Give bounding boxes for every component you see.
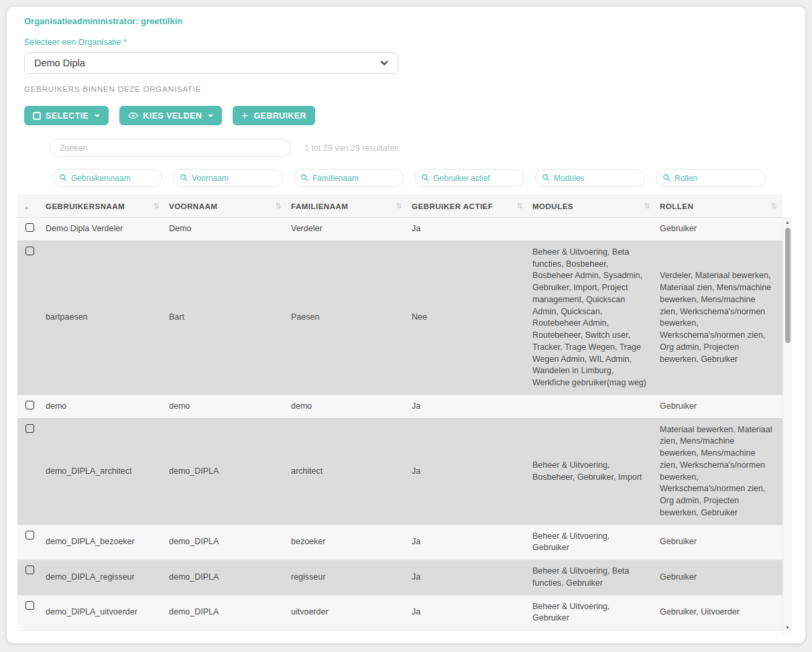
row-checkbox[interactable] bbox=[25, 223, 34, 232]
cell-voornaam: demo bbox=[165, 395, 287, 418]
sort-asc-icon: ▲ bbox=[24, 205, 29, 210]
row-checkbox-cell bbox=[17, 418, 42, 525]
table-row: bartpaesen Bart Paesen Nee Beheer & Uitv… bbox=[17, 241, 782, 395]
filter-modules-wrap bbox=[535, 169, 645, 187]
cell-voornaam: demo_DIPLA bbox=[165, 525, 287, 560]
cell-gebruiker-actief: Ja bbox=[408, 395, 528, 418]
cell-gebruiker-actief: Ja bbox=[408, 218, 528, 241]
cell-gebruiker-actief: Ja bbox=[408, 525, 528, 560]
table-row: demo demo demo Ja Gebruiker bbox=[17, 395, 782, 418]
sort-icon[interactable]: ⇅ bbox=[153, 202, 160, 210]
filter-gebruiker-actief[interactable] bbox=[414, 169, 524, 187]
filter-voornaam[interactable] bbox=[173, 169, 283, 187]
sort-icon[interactable]: ⇅ bbox=[275, 202, 282, 210]
sort-icon[interactable]: ⇅ bbox=[516, 202, 523, 210]
filter-voornaam-wrap bbox=[173, 169, 283, 187]
row-checkbox[interactable] bbox=[25, 531, 34, 539]
cell-familienaam: Paesen bbox=[287, 241, 408, 395]
selectie-button[interactable]: SELECTIE bbox=[24, 106, 109, 125]
cell-familienaam: bezoeker bbox=[287, 525, 408, 560]
row-checkbox[interactable] bbox=[25, 401, 34, 409]
header-label: MODULES bbox=[532, 202, 573, 210]
add-gebruiker-button[interactable]: + GEBRUIKER bbox=[233, 106, 315, 125]
org-admin-label: Organisatieadmininistrator: greettilkin bbox=[24, 16, 788, 27]
cell-modules bbox=[528, 395, 656, 418]
cell-gebruiker-actief: Nee bbox=[408, 241, 528, 395]
cell-voornaam: demo_DIPLA bbox=[165, 418, 287, 525]
table-row: demo_DIPLA_uitvoerder demo_DIPLA uitvoer… bbox=[17, 595, 782, 631]
header-label: GEBRUIKERSNAAM bbox=[46, 202, 125, 210]
header-label: VOORNAAM bbox=[169, 202, 217, 210]
cell-familienaam: uitvoerder bbox=[287, 595, 408, 631]
kies-velden-button-label: KIES VELDEN bbox=[143, 111, 202, 121]
header-familienaam[interactable]: FAMILIENAAM⇅ bbox=[287, 195, 408, 218]
eye-icon bbox=[128, 111, 138, 121]
toolbar: SELECTIE KIES VELDEN + GEBRUIKER bbox=[24, 106, 788, 125]
header-rollen[interactable]: ROLLEN⇅ bbox=[656, 195, 782, 218]
filter-rollen[interactable] bbox=[656, 169, 766, 187]
row-checkbox-cell bbox=[17, 560, 42, 596]
scrollbar-down-icon[interactable]: ▾ bbox=[783, 624, 792, 632]
header-gebruiker-actief[interactable]: GEBRUIKER ACTIEF⇅ bbox=[408, 195, 528, 218]
add-gebruiker-button-label: GEBRUIKER bbox=[253, 111, 306, 121]
header-select-column[interactable]: ▲ bbox=[17, 195, 42, 218]
filter-gebruikersnaam-wrap bbox=[52, 169, 162, 187]
header-label: GEBRUIKER ACTIEF bbox=[412, 202, 493, 210]
cell-rollen: Gebruiker bbox=[656, 395, 782, 418]
cell-gebruikersnaam[interactable]: demo_DIPLA_uitvoerder bbox=[42, 595, 165, 631]
row-checkbox-cell bbox=[17, 395, 42, 418]
row-checkbox-cell bbox=[17, 595, 42, 631]
table-scrollbar[interactable]: ▴ ▾ bbox=[782, 217, 792, 633]
row-checkbox[interactable] bbox=[25, 566, 34, 574]
sort-icon[interactable]: ⇅ bbox=[396, 202, 402, 210]
cell-rollen: Gebruiker bbox=[656, 218, 782, 241]
cell-gebruikersnaam[interactable]: demo_DIPLA_regisseur bbox=[42, 560, 165, 596]
scrollbar-up-icon[interactable]: ▴ bbox=[783, 218, 792, 226]
cell-gebruikersnaam[interactable]: demo_DIPLA_bezoeker bbox=[42, 525, 165, 560]
users-table: ▲ GEBRUIKERSNAAM⇅ VOORNAAM⇅ FAMILIENAAM⇅… bbox=[17, 194, 792, 633]
cell-gebruikersnaam[interactable]: demo_DIPLA_architect bbox=[42, 418, 165, 525]
filter-rollen-wrap bbox=[656, 169, 766, 187]
row-checkbox[interactable] bbox=[25, 247, 34, 255]
table-row: demo_DIPLA_bezoeker demo_DIPLA bezoeker … bbox=[17, 525, 782, 560]
caret-down-icon bbox=[208, 115, 213, 117]
selectie-button-label: SELECTIE bbox=[46, 111, 89, 121]
table-body-viewport: Demo Dipla Verdeler Demo Verdeler Ja Geb… bbox=[17, 218, 782, 633]
scrollbar-thumb[interactable] bbox=[785, 228, 791, 343]
search-icon bbox=[59, 174, 67, 182]
cell-rollen: Verdeler, Materiaal bewerken, Materiaal … bbox=[656, 241, 782, 395]
section-title: GEBRUIKERS BINNEN DEZE ORGANISATIE bbox=[24, 84, 788, 94]
caret-down-icon bbox=[95, 115, 100, 117]
header-label: ROLLEN bbox=[660, 202, 693, 210]
sort-icon[interactable]: ⇅ bbox=[770, 202, 777, 210]
search-input[interactable] bbox=[50, 139, 291, 157]
cell-gebruikersnaam[interactable]: Demo Dipla Verdeler bbox=[42, 218, 165, 241]
filter-familienaam-wrap bbox=[294, 169, 404, 187]
search-icon bbox=[300, 174, 308, 182]
header-voornaam[interactable]: VOORNAAM⇅ bbox=[165, 195, 287, 218]
cell-voornaam: Demo bbox=[165, 218, 287, 241]
cell-modules: Beheer & Uitvoering, Gebruiker bbox=[528, 595, 656, 631]
organization-select[interactable]: Demo Dipla bbox=[24, 52, 398, 74]
filter-gebruikersnaam[interactable] bbox=[52, 169, 162, 187]
search-icon bbox=[542, 174, 550, 182]
kies-velden-button[interactable]: KIES VELDEN bbox=[119, 106, 222, 125]
row-checkbox-cell bbox=[17, 241, 42, 395]
filter-familienaam[interactable] bbox=[294, 169, 404, 187]
main-panel: Organisatieadmininistrator: greettilkin … bbox=[7, 7, 805, 643]
cell-modules: Beheer & Uitvoering, Beta functies, Bosb… bbox=[528, 241, 656, 395]
cell-voornaam: demo_DIPLA bbox=[165, 595, 287, 631]
row-checkbox[interactable] bbox=[25, 601, 34, 610]
cell-modules bbox=[528, 218, 656, 241]
header-modules[interactable]: MODULES⇅ bbox=[528, 195, 656, 218]
cell-gebruikersnaam[interactable]: bartpaesen bbox=[42, 241, 165, 395]
filter-gebruiker-actief-wrap bbox=[414, 169, 524, 187]
row-checkbox[interactable] bbox=[25, 424, 34, 433]
header-gebruikersnaam[interactable]: GEBRUIKERSNAAM⇅ bbox=[42, 195, 165, 218]
cell-familienaam: architect bbox=[287, 418, 408, 525]
filter-modules[interactable] bbox=[535, 169, 645, 187]
column-filters bbox=[52, 169, 788, 187]
organization-select-value: Demo Dipla bbox=[34, 58, 85, 68]
cell-gebruikersnaam[interactable]: demo bbox=[42, 395, 165, 418]
sort-icon[interactable]: ⇅ bbox=[644, 202, 650, 210]
